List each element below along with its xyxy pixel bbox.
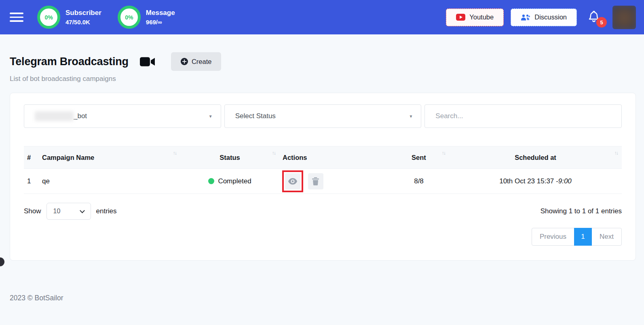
actions-cell (279, 169, 389, 194)
redacted-bot-name (35, 111, 74, 121)
sent-cell: 8/8 (389, 169, 449, 194)
message-value: 969/∞ (146, 19, 175, 25)
message-label: Message (146, 9, 175, 17)
chevron-down-icon (80, 208, 85, 213)
page-size-control: Show 10 entries (24, 203, 117, 220)
avatar[interactable] (612, 6, 636, 29)
highlight-box (282, 170, 303, 192)
pagination: Previous 1 Next (24, 228, 622, 246)
subscriber-value: 47/50.0K (65, 19, 101, 25)
avatar-image (612, 6, 636, 29)
menu-toggle-icon[interactable] (10, 13, 23, 22)
top-navbar: 0% Subscriber 47/50.0K 0% Message 969/∞ … (0, 0, 644, 34)
subscriber-percent: 0% (44, 14, 53, 21)
status-text: Completed (218, 177, 251, 185)
page-1-button[interactable]: 1 (574, 228, 592, 246)
page-subtitle: List of bot broadcasting campaigns (10, 75, 644, 83)
scheduled-date: 10th Oct 23 15:37 (499, 177, 554, 185)
notification-count-badge: 5 (596, 17, 607, 28)
next-page-button[interactable]: Next (591, 228, 622, 246)
caret-down-icon: ▼ (209, 114, 213, 119)
entries-summary: Showing 1 to 1 of 1 entries (541, 207, 622, 215)
col-header-sent[interactable]: Sent ↑↓ (389, 147, 449, 169)
message-progress-ring: 0% (118, 6, 141, 29)
caret-down-icon: ▼ (409, 114, 413, 119)
discussion-button[interactable]: Discussion (511, 8, 577, 26)
campaign-name-cell: qe (39, 169, 180, 194)
col-header-index: # (24, 147, 39, 169)
col-header-scheduled-at[interactable]: Scheduled at ↑↓ (449, 147, 622, 169)
subscriber-usage: 0% Subscriber 47/50.0K (37, 6, 101, 29)
col-header-status[interactable]: Status ↑↓ (180, 147, 279, 169)
bot-select[interactable]: _bot ▼ (24, 104, 221, 128)
campaigns-table: # Campaign Name ↑↓ Status ↑↓ Actions Sen… (24, 146, 622, 194)
discussion-button-label: Discussion (534, 13, 567, 21)
campaign-row: 1 qe Completed (24, 169, 622, 194)
previous-page-button[interactable]: Previous (532, 228, 574, 246)
filters-row: _bot ▼ Select Status ▼ (24, 104, 622, 128)
create-button-label: Create (192, 58, 212, 66)
sort-icon[interactable]: ↑↓ (614, 150, 618, 156)
copyright-text: 2023 © BotSailor (10, 294, 644, 302)
scheduled-offset: -9:00 (556, 177, 572, 185)
view-button[interactable] (285, 173, 300, 189)
eye-icon (288, 178, 297, 185)
message-usage: 0% Message 969/∞ (118, 6, 175, 29)
table-header-row: # Campaign Name ↑↓ Status ↑↓ Actions Sen… (24, 147, 622, 169)
notifications-button[interactable]: 5 (588, 10, 600, 25)
users-icon (521, 14, 530, 21)
youtube-button-label: Youtube (469, 13, 494, 21)
status-select-placeholder: Select Status (235, 112, 276, 120)
page-size-value: 10 (53, 208, 61, 215)
page-title: Telegram Broadcasting (10, 55, 129, 68)
scheduled-at-cell: 10th Oct 23 15:37 -9:00 (449, 169, 622, 194)
entries-label: entries (96, 207, 117, 215)
message-percent: 0% (125, 14, 133, 21)
video-tutorial-icon[interactable] (140, 56, 155, 67)
col-header-actions: Actions (279, 147, 389, 169)
col-header-campaign-name[interactable]: Campaign Name ↑↓ (39, 147, 180, 169)
create-button[interactable]: Create (171, 52, 222, 71)
page-size-select[interactable]: 10 (46, 203, 91, 220)
campaigns-card: _bot ▼ Select Status ▼ # Campaign Name ↑… (10, 93, 636, 261)
plus-circle-icon (181, 58, 188, 65)
search-input[interactable] (424, 104, 622, 128)
main-content: Telegram Broadcasting Create List of bot… (0, 52, 644, 302)
row-index: 1 (24, 169, 39, 194)
delete-button[interactable] (308, 173, 323, 189)
subscriber-progress-ring: 0% (37, 6, 60, 29)
sort-icon[interactable]: ↑↓ (442, 150, 446, 156)
status-dot-icon (208, 178, 214, 184)
youtube-button[interactable]: Youtube (446, 8, 504, 26)
youtube-icon (456, 14, 465, 21)
subscriber-label: Subscriber (65, 9, 101, 17)
bot-select-value: _bot (74, 112, 87, 120)
status-select[interactable]: Select Status ▼ (224, 104, 422, 128)
sort-icon[interactable]: ↑↓ (173, 150, 177, 156)
sort-icon[interactable]: ↑↓ (272, 150, 276, 156)
show-label: Show (24, 207, 41, 215)
status-cell: Completed (180, 169, 279, 194)
trash-icon (312, 177, 319, 185)
